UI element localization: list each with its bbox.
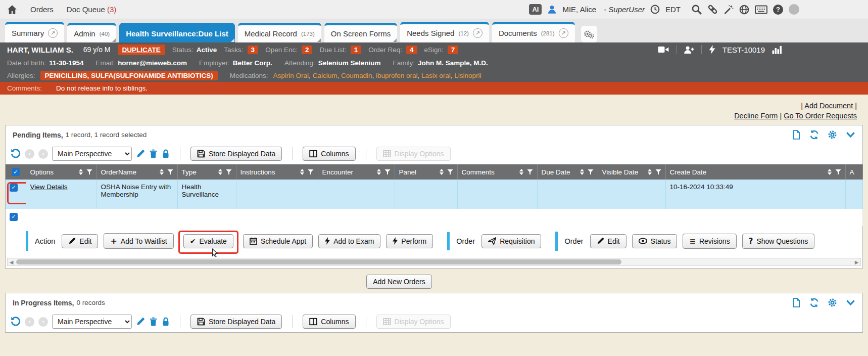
tasks-count-badge[interactable]: 3: [248, 46, 259, 54]
chart-id[interactable]: TEST-10019: [722, 46, 765, 54]
lock-perspective-icon[interactable]: [162, 317, 170, 326]
sort-icon[interactable]: [377, 169, 381, 175]
sort-icon[interactable]: [79, 169, 83, 175]
home-icon[interactable]: [7, 5, 17, 15]
filter-funnel-icon[interactable]: [447, 169, 453, 175]
refresh-icon[interactable]: [809, 130, 819, 140]
add-person-icon[interactable]: [684, 46, 694, 54]
tab-settings-gears-icon[interactable]: [581, 26, 597, 42]
link-icon[interactable]: [707, 4, 718, 15]
reset-perspective-icon[interactable]: [11, 149, 21, 159]
delete-perspective-trash-icon[interactable]: [149, 149, 158, 158]
gear-icon[interactable]: [828, 298, 837, 307]
order-req-count-badge[interactable]: 4: [406, 46, 417, 54]
external-link-icon[interactable]: ↗: [48, 28, 58, 38]
perspective-select[interactable]: Main Perspective: [52, 147, 132, 161]
sort-icon[interactable]: [580, 169, 584, 175]
collapse-chevron-icon[interactable]: [846, 299, 855, 306]
filter-funnel-icon[interactable]: [384, 169, 391, 175]
tab-medical-record[interactable]: Medical Record (173): [238, 23, 321, 42]
requisition-button[interactable]: Requisition: [481, 234, 541, 248]
add-to-waitlist-button[interactable]: + Add To Waitlist: [104, 233, 173, 249]
columns-button[interactable]: Columns: [303, 315, 355, 329]
footer-checkbox[interactable]: [10, 213, 18, 221]
due-list-count-badge[interactable]: 1: [351, 46, 362, 54]
nav-orders[interactable]: Orders: [30, 5, 54, 14]
edit-perspective-pencil-icon[interactable]: [136, 149, 145, 158]
edit-perspective-pencil-icon[interactable]: [136, 317, 145, 326]
schedule-appt-button[interactable]: Schedule Appt: [243, 234, 313, 248]
bar-chart-icon[interactable]: [772, 46, 782, 54]
view-details-link[interactable]: View Details: [30, 183, 68, 191]
globe-icon[interactable]: [739, 5, 749, 15]
search-icon[interactable]: [691, 4, 702, 15]
open-enc-count-badge[interactable]: 2: [302, 46, 313, 54]
tab-on-screen-forms[interactable]: On Screen Forms: [324, 23, 397, 42]
filter-funnel-icon[interactable]: [835, 169, 841, 175]
external-link-icon[interactable]: ↗: [473, 28, 483, 38]
go-to-order-requests-link[interactable]: Go To Order Requests: [784, 112, 857, 120]
medication-link[interactable]: Calcium: [313, 72, 341, 79]
edit-button[interactable]: Edit: [62, 234, 98, 248]
horizontal-scrollbar[interactable]: ◀ ▶: [7, 258, 861, 266]
order-edit-button[interactable]: Edit: [590, 234, 626, 248]
help-icon[interactable]: ?: [773, 5, 783, 15]
revisions-button[interactable]: ≡ Revisions: [683, 234, 736, 249]
new-document-icon[interactable]: [792, 130, 801, 140]
gear-icon[interactable]: [828, 130, 837, 140]
tab-needs-signed[interactable]: Needs Signed (12) ↗: [400, 22, 489, 42]
add-to-exam-button[interactable]: Add to Exam: [318, 234, 380, 248]
next-perspective-icon[interactable]: ›: [38, 317, 48, 327]
sort-icon[interactable]: [300, 169, 304, 175]
avatar[interactable]: [789, 4, 799, 15]
row-checkbox[interactable]: [10, 184, 18, 192]
medication-link[interactable]: Aspirin Oral: [273, 72, 313, 79]
filter-funnel-icon[interactable]: [655, 169, 661, 175]
bolt-icon[interactable]: [709, 45, 715, 54]
add-new-orders-button[interactable]: Add New Orders: [366, 275, 431, 289]
decline-form-link[interactable]: Decline Form: [734, 112, 778, 120]
tab-admin[interactable]: Admin (40): [67, 23, 116, 42]
perform-button[interactable]: Perform: [386, 234, 433, 248]
select-all-checkbox[interactable]: [12, 168, 20, 176]
esign-count-badge[interactable]: 7: [448, 46, 459, 54]
external-link-icon[interactable]: ↗: [559, 28, 568, 38]
collapse-chevron-icon[interactable]: [846, 131, 855, 139]
delete-perspective-trash-icon[interactable]: [149, 317, 158, 326]
tab-health-surveillance-due-list[interactable]: Health Surveillance:Due List: [119, 23, 235, 42]
reset-perspective-icon[interactable]: [11, 317, 21, 327]
sort-icon[interactable]: [519, 169, 523, 175]
next-perspective-icon[interactable]: ›: [38, 149, 48, 159]
new-document-icon[interactable]: [792, 298, 801, 307]
allergies-badge[interactable]: PENICILLINS, SULFA(SULFONAMIDE ANTIBIOTI…: [40, 71, 218, 80]
medication-link[interactable]: Coumadin: [341, 72, 376, 79]
scroll-right-arrow[interactable]: ▶: [853, 258, 860, 265]
add-document-link[interactable]: Add Document: [801, 102, 857, 110]
refresh-icon[interactable]: [809, 298, 819, 307]
user-name[interactable]: MIE, Alice: [562, 5, 596, 14]
filter-funnel-icon[interactable]: [167, 169, 173, 175]
show-questions-button[interactable]: ? Show Questions: [742, 234, 815, 249]
sort-icon[interactable]: [440, 169, 444, 175]
filter-funnel-icon[interactable]: [86, 169, 92, 175]
columns-button[interactable]: Columns: [303, 147, 355, 161]
scroll-left-arrow[interactable]: ◀: [8, 258, 15, 265]
nav-doc-queue[interactable]: Doc Queue (3): [67, 5, 116, 14]
sort-icon[interactable]: [828, 169, 832, 175]
duplicate-badge[interactable]: DUPLICATE: [118, 45, 165, 55]
filter-funnel-icon[interactable]: [308, 169, 314, 175]
keyboard-icon[interactable]: [755, 5, 767, 14]
store-displayed-data-button[interactable]: Store Displayed Data: [190, 147, 282, 161]
perspective-select[interactable]: Main Perspective: [52, 315, 132, 329]
pending-item-row[interactable]: View Details OSHA Noise Entry with Membe…: [6, 180, 862, 209]
status-button[interactable]: Status: [632, 234, 678, 248]
sort-icon[interactable]: [218, 169, 222, 175]
evaluate-button[interactable]: ✔ Evaluate: [183, 234, 233, 248]
sort-icon[interactable]: [160, 169, 164, 175]
store-displayed-data-button[interactable]: Store Displayed Data: [190, 315, 282, 329]
tab-summary[interactable]: Summary ↗: [5, 22, 64, 42]
filter-funnel-icon[interactable]: [588, 169, 594, 175]
filter-funnel-icon[interactable]: [527, 169, 533, 175]
lock-perspective-icon[interactable]: [162, 149, 170, 158]
tab-documents[interactable]: Documents (281) ↗: [492, 22, 575, 42]
